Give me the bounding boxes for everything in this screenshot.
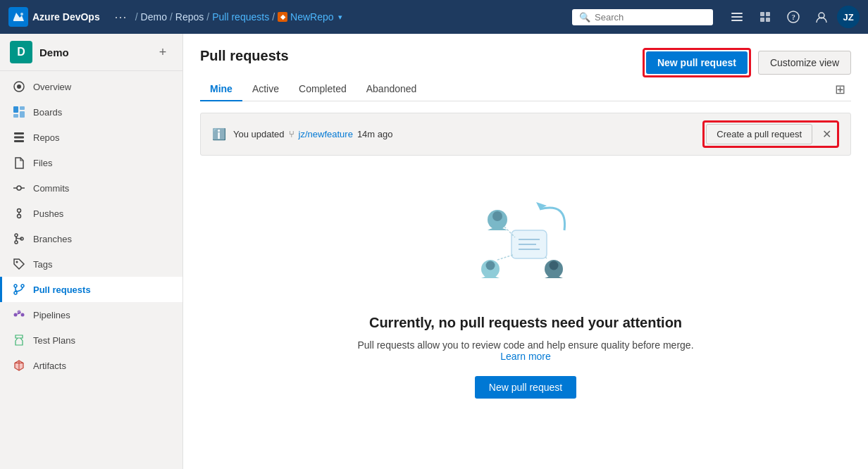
- close-notification-button[interactable]: ✕: [818, 126, 836, 142]
- svg-point-20: [17, 186, 21, 190]
- commits-icon: [12, 181, 26, 195]
- svg-rect-3: [731, 20, 743, 21]
- sidebar-label-testplans: Test Plans: [33, 335, 75, 346]
- create-pr-button[interactable]: Create a pull request: [706, 124, 812, 144]
- sidebar-item-files[interactable]: Files: [0, 150, 182, 175]
- svg-line-52: [545, 257, 547, 258]
- sidebar-item-testplans[interactable]: Test Plans: [0, 327, 182, 353]
- user-avatar[interactable]: JZ: [837, 6, 860, 28]
- notification-suffix: 14m ago: [357, 129, 393, 139]
- filter-icon[interactable]: ⊞: [829, 79, 851, 100]
- account-icon[interactable]: [809, 4, 834, 30]
- search-input[interactable]: [595, 12, 706, 23]
- app-logo[interactable]: Azure DevOps: [8, 7, 100, 27]
- top-navigation: Azure DevOps ⋯ / Demo / Repos / Pull req…: [0, 0, 868, 34]
- sidebar-item-branches[interactable]: Branches: [0, 226, 182, 251]
- tab-abandoned[interactable]: Abandoned: [356, 77, 427, 101]
- project-icon: D: [10, 41, 32, 63]
- breadcrumb: / Demo / Repos / Pull requests / ◆ NewRe…: [135, 11, 342, 23]
- sidebar-item-tags[interactable]: Tags: [0, 251, 182, 277]
- empty-state-new-pr-button[interactable]: New pull request: [475, 376, 576, 399]
- main-content: Pull requests New pull request Customize…: [183, 34, 868, 469]
- boards-icon: [12, 105, 26, 119]
- sidebar-item-repos[interactable]: Repos: [0, 125, 182, 150]
- pullrequests-icon: [12, 282, 26, 296]
- sidebar-nav: Overview Boards Repos F: [0, 71, 182, 381]
- create-pr-highlight-border: Create a pull request ✕: [702, 120, 839, 148]
- testplans-icon: [12, 333, 26, 347]
- help-icon[interactable]: ?: [781, 4, 806, 30]
- tab-active[interactable]: Active: [242, 77, 289, 101]
- sidebar-item-pullrequests[interactable]: Pull requests: [0, 277, 182, 302]
- new-pull-request-button[interactable]: New pull request: [646, 51, 748, 74]
- page-header-actions: New pull request Customize view: [643, 48, 851, 77]
- notification-prefix: You updated: [233, 129, 285, 139]
- svg-rect-17: [14, 132, 24, 135]
- breadcrumb-demo[interactable]: Demo: [141, 11, 167, 23]
- svg-point-35: [14, 313, 18, 317]
- svg-rect-5: [766, 12, 770, 16]
- sidebar-item-pushes[interactable]: Pushes: [0, 201, 182, 226]
- sidebar-label-pullrequests: Pull requests: [33, 284, 91, 295]
- sidebar-label-artifacts: Artifacts: [33, 361, 66, 371]
- extensions-icon[interactable]: [752, 4, 778, 30]
- pr-tabs: Mine Active Completed Abandoned ⊞: [200, 77, 851, 101]
- settings-icon[interactable]: [724, 4, 750, 30]
- pipelines-icon: [12, 308, 26, 322]
- svg-point-24: [18, 209, 21, 213]
- svg-point-31: [14, 292, 17, 294]
- svg-point-23: [18, 215, 21, 218]
- svg-point-47: [486, 261, 495, 270]
- svg-point-27: [15, 241, 18, 244]
- empty-state-description: Pull requests allow you to review code a…: [356, 339, 695, 362]
- sidebar-item-overview[interactable]: Overview: [0, 74, 182, 99]
- svg-point-0: [20, 13, 23, 15]
- sidebar-label-commits: Commits: [33, 183, 69, 194]
- more-options-icon[interactable]: ⋯: [111, 6, 130, 27]
- svg-rect-13: [13, 106, 18, 113]
- sidebar: D Demo + Overview Boards: [0, 34, 183, 469]
- topnav-icons: ? JZ: [724, 4, 860, 30]
- customize-view-button[interactable]: Customize view: [758, 51, 851, 75]
- branches-icon: [12, 232, 26, 246]
- empty-state-desc-text: Pull requests allow you to review code a…: [357, 339, 693, 351]
- add-project-button[interactable]: +: [153, 42, 173, 62]
- repo-name: NewRepo: [290, 11, 333, 23]
- sidebar-label-files: Files: [33, 158, 52, 168]
- svg-rect-19: [14, 140, 24, 142]
- svg-rect-1: [731, 13, 743, 14]
- sidebar-item-commits[interactable]: Commits: [0, 175, 182, 201]
- search-box[interactable]: 🔍: [572, 9, 713, 25]
- breadcrumb-repos[interactable]: Repos: [175, 11, 204, 23]
- sidebar-item-pipelines[interactable]: Pipelines: [0, 302, 182, 327]
- chevron-down-icon: ▾: [338, 13, 342, 22]
- empty-state-title: Currently, no pull requests need your at…: [369, 315, 682, 331]
- tab-completed[interactable]: Completed: [289, 77, 356, 101]
- sidebar-label-pipelines: Pipelines: [33, 310, 70, 320]
- breadcrumb-pullrequests[interactable]: Pull requests: [212, 11, 269, 23]
- tab-mine[interactable]: Mine: [200, 77, 242, 101]
- sidebar-label-pushes: Pushes: [33, 208, 63, 219]
- svg-text:?: ?: [792, 13, 796, 21]
- svg-point-26: [15, 234, 18, 237]
- svg-point-49: [550, 261, 559, 270]
- empty-state-illustration: [455, 188, 596, 301]
- svg-point-45: [492, 211, 502, 221]
- new-pr-highlight-border: New pull request: [643, 48, 751, 77]
- app-name: Azure DevOps: [32, 11, 100, 23]
- breadcrumb-repo[interactable]: ◆ NewRepo ▾: [278, 11, 342, 23]
- overview-icon: [12, 80, 26, 94]
- pushes-icon: [12, 206, 26, 220]
- branch-link[interactable]: jz/newfeature: [299, 129, 353, 139]
- svg-rect-6: [760, 18, 764, 22]
- svg-point-37: [21, 313, 25, 317]
- sidebar-label-branches: Branches: [33, 234, 72, 244]
- sidebar-item-artifacts[interactable]: Artifacts: [0, 353, 182, 378]
- sidebar-item-boards[interactable]: Boards: [0, 99, 182, 125]
- tags-icon: [12, 257, 26, 271]
- project-name: Demo: [39, 46, 146, 58]
- svg-rect-18: [14, 137, 24, 139]
- svg-rect-2: [731, 16, 743, 18]
- learn-more-link[interactable]: Learn more: [500, 351, 551, 362]
- files-icon: [12, 156, 26, 170]
